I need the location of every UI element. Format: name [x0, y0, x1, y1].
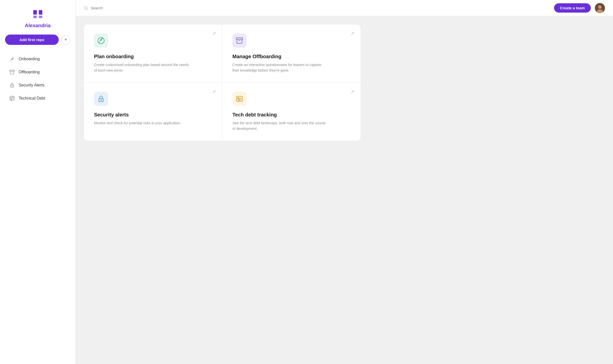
app-name: Alexandria — [25, 23, 50, 28]
svg-rect-0 — [33, 10, 37, 15]
card-desc-security-alerts: Monitor and check for potential risks to… — [94, 120, 190, 126]
main-area: Create a team ↗ — [76, 0, 613, 364]
avatar[interactable] — [595, 3, 605, 13]
sidebar-item-technical-debt-label: Technical Debt — [19, 96, 45, 101]
card-arrow-icon: ↗ — [350, 89, 355, 95]
card-manage-offboarding[interactable]: ↗ Manage Offboarding Create an interacti… — [222, 24, 361, 83]
card-arrow-icon: ↗ — [212, 89, 216, 95]
card-arrow-icon: ↗ — [212, 31, 216, 37]
content-area: ↗ Plan onboarding Create customised onbo… — [76, 16, 613, 364]
add-repo-row: Add first repo + — [5, 35, 70, 45]
card-title-manage-offboarding: Manage Offboarding — [232, 54, 351, 59]
rocket-icon — [9, 56, 15, 62]
card-arrow-icon: ↗ — [350, 31, 355, 37]
card-plan-onboarding[interactable]: ↗ Plan onboarding Create customised onbo… — [84, 24, 222, 83]
search-input[interactable] — [91, 6, 166, 10]
svg-rect-13 — [236, 38, 243, 39]
feature-cards-grid: ↗ Plan onboarding Create customised onbo… — [84, 24, 361, 141]
svg-point-17 — [238, 98, 239, 99]
archive-icon — [9, 69, 15, 75]
card-desc-plan-onboarding: Create customised onboarding plan based … — [94, 62, 190, 73]
card-icon-plan-onboarding — [94, 34, 108, 48]
card-title-tech-debt-tracking: Tech debt tracking — [232, 112, 351, 118]
card-icon-security-alerts — [94, 92, 108, 106]
svg-point-9 — [84, 7, 87, 9]
plus-button[interactable]: + — [61, 35, 70, 44]
add-first-repo-button[interactable]: Add first repo — [5, 35, 59, 45]
svg-point-4 — [13, 57, 14, 58]
sidebar: Alexandria Add first repo + Onboarding — [0, 0, 76, 364]
card-security-alerts[interactable]: ↗ Security alerts Monitor and check for … — [84, 83, 222, 141]
topbar: Create a team — [76, 0, 613, 16]
card-title-plan-onboarding: Plan onboarding — [94, 54, 212, 59]
sidebar-item-onboarding[interactable]: Onboarding — [5, 53, 70, 65]
svg-point-15 — [101, 100, 102, 101]
card-tech-debt-tracking[interactable]: ↗ Tech debt tracking See the tech debt l… — [222, 83, 361, 141]
svg-rect-5 — [10, 70, 14, 71]
svg-rect-2 — [33, 16, 37, 18]
lock-icon — [9, 82, 15, 88]
sidebar-item-security-alerts[interactable]: Security Alerts — [5, 79, 70, 91]
sidebar-item-offboarding-label: Offboarding — [19, 70, 40, 74]
card-icon-manage-offboarding — [232, 34, 247, 48]
search-bar — [84, 6, 550, 10]
search-icon — [84, 6, 88, 10]
sidebar-item-offboarding[interactable]: Offboarding — [5, 66, 70, 78]
card-title-security-alerts: Security alerts — [94, 112, 212, 118]
svg-rect-1 — [39, 10, 42, 15]
sidebar-nav: Onboarding Offboarding Secur — [5, 53, 70, 104]
svg-rect-8 — [10, 96, 14, 101]
svg-point-11 — [598, 5, 602, 9]
sidebar-item-security-alerts-label: Security Alerts — [19, 83, 44, 87]
debt-icon — [9, 95, 15, 101]
sidebar-item-onboarding-label: Onboarding — [19, 57, 40, 61]
svg-point-7 — [12, 86, 12, 86]
svg-rect-3 — [39, 16, 42, 18]
sidebar-item-technical-debt[interactable]: Technical Debt — [5, 92, 70, 104]
card-desc-tech-debt-tracking: See the tech debt landscape, both now an… — [232, 120, 328, 132]
app-logo — [32, 8, 44, 20]
card-desc-manage-offboarding: Create an interactive questionnaire for … — [232, 62, 328, 73]
create-team-button[interactable]: Create a team — [554, 3, 591, 13]
card-icon-tech-debt-tracking — [232, 92, 247, 106]
